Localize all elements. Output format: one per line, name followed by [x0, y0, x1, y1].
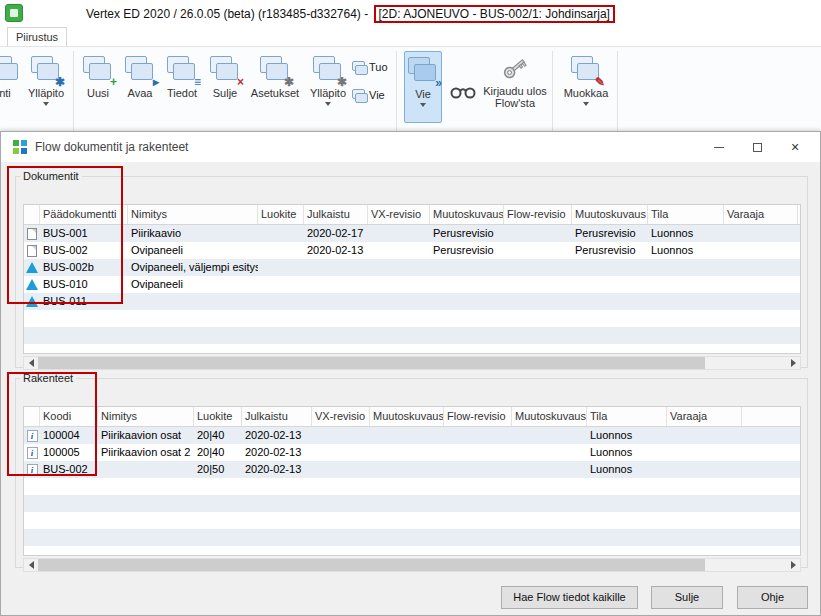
- column-header[interactable]: Päädokumentti: [40, 205, 128, 224]
- column-header[interactable]: Flow-revisio: [444, 407, 512, 426]
- scroll-thumb[interactable]: [38, 357, 705, 369]
- table-cell: [572, 293, 648, 310]
- ribbon-button-avaa[interactable]: ▸ Avaa: [120, 51, 160, 123]
- table-cell: [648, 293, 724, 310]
- table-cell: Ovipaneeli: [128, 242, 258, 259]
- column-header[interactable]: Muutoskuvaus: [370, 407, 444, 426]
- column-header[interactable]: Muutoskuvaus: [572, 205, 648, 224]
- dialog-app-icon: [12, 139, 28, 155]
- column-header[interactable]: Luokite: [194, 407, 242, 426]
- ribbon-button-uusi[interactable]: + Uusi: [78, 51, 118, 123]
- info-icon: i: [27, 464, 38, 476]
- documents-hscrollbar[interactable]: [23, 356, 801, 370]
- dialog-titlebar[interactable]: Flow dokumentit ja rakenteet ×: [1, 132, 820, 162]
- ribbon-button-yllapito-left[interactable]: ✱ Ylläpito: [22, 51, 70, 123]
- open-project-icon: ▸: [123, 54, 157, 84]
- row-icon-cell: [24, 242, 40, 259]
- column-header[interactable]: Varaaja: [667, 407, 742, 426]
- table-cell: [667, 461, 742, 478]
- ribbon-button-asetukset[interactable]: ✱ Asetukset: [246, 51, 304, 123]
- scroll-left-icon[interactable]: [24, 559, 38, 571]
- table-row[interactable]: i100005Piirikaavion osat 220|402020-02-1…: [24, 444, 800, 461]
- scroll-left-icon[interactable]: [24, 357, 38, 369]
- column-header[interactable]: Julkaistu: [304, 205, 368, 224]
- model-icon: [26, 262, 38, 273]
- maximize-button[interactable]: [738, 132, 776, 162]
- ribbon-button-sulje[interactable]: × Sulje: [205, 51, 245, 123]
- ribbon: nti ✱ Ylläpito + Uusi ▸ Avaa ≡ Tiedot × …: [0, 46, 821, 131]
- column-header[interactable]: [24, 407, 40, 426]
- ribbon-button-yllapito[interactable]: ✱ Ylläpito: [304, 51, 352, 123]
- table-cell: 2020-02-13: [304, 242, 368, 259]
- column-header[interactable]: Julkaistu: [242, 407, 312, 426]
- table-cell: [312, 427, 370, 444]
- app-title: Vertex ED 2020 / 26.0.05 (beta) (r183485…: [86, 0, 615, 28]
- table-row[interactable]: BUS-011: [24, 293, 800, 310]
- column-header[interactable]: VX-revisio: [312, 407, 370, 426]
- ribbon-button-kirjaudu-ulos[interactable]: Kirjaudu ulos Flow'sta: [482, 51, 548, 123]
- column-header[interactable]: [24, 205, 40, 224]
- column-header[interactable]: Nimitys: [128, 205, 258, 224]
- table-cell: Piirikaavio: [128, 225, 258, 242]
- scroll-right-icon[interactable]: [786, 357, 800, 369]
- table-cell: [667, 444, 742, 461]
- table-cell: Luonnos: [587, 444, 667, 461]
- column-header[interactable]: Flow-revisio: [504, 205, 572, 224]
- close-project-icon: ×: [208, 54, 242, 84]
- maximize-icon: [753, 143, 762, 152]
- table-row[interactable]: BUS-002bOvipaneeli, väljempi esitys: [24, 259, 800, 276]
- info-icon: i: [27, 430, 38, 442]
- column-header[interactable]: Tila: [587, 407, 667, 426]
- row-icon-cell: [24, 293, 40, 310]
- column-header[interactable]: Muutoskuvaus: [512, 407, 587, 426]
- table-cell: 20|50: [194, 461, 242, 478]
- close-button[interactable]: ×: [776, 132, 814, 162]
- tab-piirustus[interactable]: Piirustus: [7, 27, 67, 46]
- table-cell: [512, 461, 587, 478]
- structures-table[interactable]: KoodiNimitysLuokiteJulkaistuVX-revisioMu…: [23, 406, 801, 556]
- minimize-button[interactable]: [700, 132, 738, 162]
- ribbon-button-vie-small[interactable]: Vie: [348, 83, 394, 107]
- close-icon: ×: [791, 140, 799, 154]
- table-row[interactable]: BUS-010Ovipaneeli: [24, 276, 800, 293]
- documents-table[interactable]: PäädokumenttiNimitysLuokiteJulkaistuVX-r…: [23, 204, 801, 354]
- table-cell: 2020-02-13: [242, 427, 312, 444]
- row-icon-cell: i: [24, 427, 40, 444]
- hae-flow-tiedot-button[interactable]: Hae Flow tiedot kaikille: [501, 586, 638, 609]
- ribbon-button-muokkaa[interactable]: ✎ Muokkaa: [558, 51, 614, 123]
- table-cell: [444, 461, 512, 478]
- column-header[interactable]: Varaaja: [724, 205, 798, 224]
- column-header[interactable]: Nimitys: [98, 407, 194, 426]
- scroll-right-icon[interactable]: [786, 559, 800, 571]
- sulje-button[interactable]: Sulje: [651, 586, 723, 609]
- table-cell: [572, 276, 648, 293]
- column-header[interactable]: Luokite: [258, 205, 304, 224]
- table-cell: [128, 293, 258, 310]
- column-header[interactable]: VX-revisio: [368, 205, 430, 224]
- ohje-button[interactable]: Ohje: [737, 586, 808, 609]
- column-header[interactable]: Tila: [648, 205, 724, 224]
- table-cell: [444, 444, 512, 461]
- scroll-thumb[interactable]: [38, 559, 705, 571]
- ribbon-button-tiedot[interactable]: ≡ Tiedot: [160, 51, 204, 123]
- table-row[interactable]: BUS-002Ovipaneeli2020-02-13PerusrevisioP…: [24, 242, 800, 259]
- table-cell: [430, 259, 504, 276]
- table-cell: BUS-010: [40, 276, 128, 293]
- table-cell: [258, 225, 304, 242]
- table-cell: Piirikaavion osat: [98, 427, 194, 444]
- table-cell: [258, 259, 304, 276]
- table-row[interactable]: BUS-001Piirikaavio2020-02-17Perusrevisio…: [24, 225, 800, 242]
- column-header[interactable]: Koodi: [40, 407, 98, 426]
- ribbon-button-tuo[interactable]: Tuo: [348, 55, 394, 79]
- table-cell: [724, 293, 798, 310]
- table-cell: Ovipaneeli: [128, 276, 258, 293]
- column-header[interactable]: Muutoskuvaus: [430, 205, 504, 224]
- flow-export-icon: »: [406, 55, 440, 85]
- table-cell: Perusrevisio: [572, 242, 648, 259]
- ribbon-button-vie-flow[interactable]: » Vie: [404, 51, 442, 123]
- table-row[interactable]: iBUS-00220|502020-02-13Luonnos: [24, 461, 800, 478]
- structures-hscrollbar[interactable]: [23, 558, 801, 572]
- ribbon-button-find[interactable]: [446, 75, 480, 109]
- table-row[interactable]: i100004Piirikaavion osat20|402020-02-13L…: [24, 427, 800, 444]
- binoculars-icon: [450, 84, 476, 100]
